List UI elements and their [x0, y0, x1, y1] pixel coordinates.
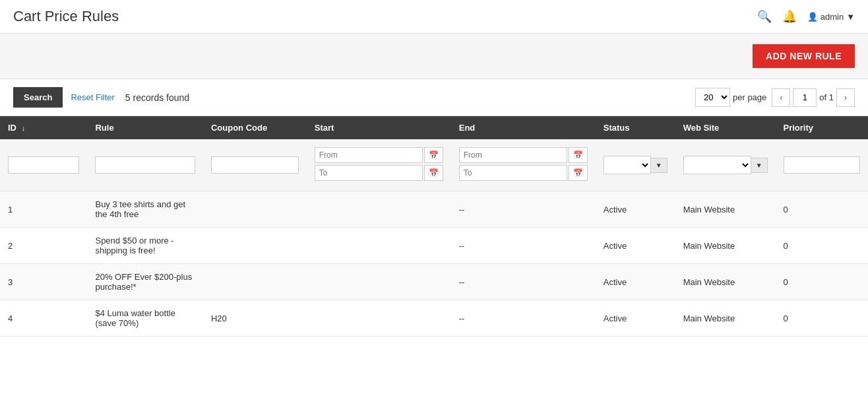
filter-start-cell: 📅 📅: [307, 139, 451, 191]
top-header: Cart Price Rules 🔍 🔔 👤 admin ▼: [0, 0, 868, 34]
table-row: 2 Spend $50 or more - shipping is free! …: [0, 228, 868, 264]
records-label: records found: [133, 92, 190, 103]
start-from-cal-button[interactable]: 📅: [424, 147, 443, 163]
admin-username: admin: [821, 12, 844, 22]
cell-rule-1: Buy 3 tee shirts and get the 4th free: [87, 191, 202, 228]
website-dropdown-arrow[interactable]: ▼: [751, 158, 768, 173]
end-from-cal-button[interactable]: 📅: [569, 147, 588, 163]
cell-status-1: Active: [596, 191, 675, 228]
filter-rule-input[interactable]: [95, 156, 195, 174]
per-page-select[interactable]: 20 30 50: [695, 88, 730, 107]
filter-coupon-input[interactable]: [211, 156, 299, 174]
cell-end-1: --: [451, 191, 596, 228]
website-filter-select[interactable]: Main Website: [683, 156, 751, 174]
cell-end-3: --: [451, 264, 596, 300]
reset-filter-link[interactable]: Reset Filter: [71, 92, 114, 102]
cell-rule-4: $4 Luma water bottle (save 70%): [87, 300, 202, 337]
start-to-cal-button[interactable]: 📅: [424, 165, 443, 181]
page-of-label: of 1: [819, 92, 834, 102]
end-to-input[interactable]: [459, 165, 567, 181]
start-from-input[interactable]: [315, 147, 423, 163]
cell-status-3: Active: [596, 264, 675, 300]
cell-website-1: Main Website: [675, 191, 776, 228]
cell-end-4: --: [451, 300, 596, 337]
admin-user-menu[interactable]: 👤 admin ▼: [807, 12, 855, 22]
status-filter-container: Active Inactive ▼: [604, 156, 667, 174]
cell-priority-1: 0: [776, 191, 868, 228]
col-header-status: Status: [596, 116, 675, 139]
cell-priority-4: 0: [776, 300, 868, 337]
current-page-input[interactable]: [793, 88, 817, 107]
filter-priority-cell: [776, 139, 868, 191]
per-page-selector: 20 30 50 per page: [695, 88, 766, 107]
col-header-start: Start: [307, 116, 451, 139]
pagination-controls: 20 30 50 per page ‹ of 1 ›: [695, 88, 855, 107]
cell-status-4: Active: [596, 300, 675, 337]
cell-website-3: Main Website: [675, 264, 776, 300]
per-page-label: per page: [733, 92, 766, 102]
cell-start-4: [307, 300, 451, 337]
chevron-down-icon: ▼: [846, 12, 855, 22]
cell-id-4: 4: [0, 300, 87, 337]
col-header-coupon: Coupon Code: [203, 116, 307, 139]
prev-page-button[interactable]: ‹: [772, 88, 790, 107]
table-row: 1 Buy 3 tee shirts and get the 4th free …: [0, 191, 868, 228]
header-right: 🔍 🔔 👤 admin ▼: [757, 9, 855, 24]
status-dropdown-arrow[interactable]: ▼: [651, 158, 667, 173]
col-header-id[interactable]: ID ↓: [0, 116, 87, 139]
col-header-website: Web Site: [675, 116, 776, 139]
add-new-rule-button[interactable]: Add New Rule: [753, 44, 855, 68]
cell-start-1: [307, 191, 451, 228]
search-icon[interactable]: 🔍: [757, 9, 772, 24]
cell-id-1: 1: [0, 191, 87, 228]
user-icon: 👤: [807, 12, 818, 22]
cell-coupon-1: [203, 191, 307, 228]
filter-coupon-cell: [203, 139, 307, 191]
cell-id-2: 2: [0, 228, 87, 264]
filter-rule-cell: [87, 139, 202, 191]
filter-website-cell: Main Website ▼: [675, 139, 776, 191]
cart-price-rules-table: ID ↓ Rule Coupon Code Start End Status W…: [0, 116, 868, 337]
end-to-cal-button[interactable]: 📅: [569, 165, 588, 181]
sort-icon-id: ↓: [22, 124, 26, 132]
cell-end-2: --: [451, 228, 596, 264]
cell-website-2: Main Website: [675, 228, 776, 264]
search-button[interactable]: Search: [13, 87, 63, 108]
filter-status-cell: Active Inactive ▼: [596, 139, 675, 191]
page-title: Cart Price Rules: [13, 8, 119, 25]
cell-rule-2: Spend $50 or more - shipping is free!: [87, 228, 202, 264]
end-to-row: 📅: [459, 165, 588, 181]
cell-priority-3: 0: [776, 264, 868, 300]
website-filter-container: Main Website ▼: [683, 156, 768, 174]
end-from-input[interactable]: [459, 147, 567, 163]
records-count: 5: [125, 92, 131, 103]
page-navigation: ‹ of 1 ›: [772, 88, 855, 107]
end-from-row: 📅: [459, 147, 588, 163]
col-header-rule: Rule: [87, 116, 202, 139]
col-header-priority: Priority: [776, 116, 868, 139]
toolbar-top: Add New Rule: [0, 34, 868, 79]
cell-coupon-4: H20: [203, 300, 307, 337]
start-from-row: 📅: [315, 147, 443, 163]
cell-coupon-2: [203, 228, 307, 264]
table-row: 3 20% OFF Ever $200-plus purchase!* -- A…: [0, 264, 868, 300]
filter-row: 📅 📅 📅 📅: [0, 139, 868, 191]
cell-status-2: Active: [596, 228, 675, 264]
start-to-input[interactable]: [315, 165, 423, 181]
bell-icon[interactable]: 🔔: [782, 9, 797, 24]
cell-start-3: [307, 264, 451, 300]
cell-priority-2: 0: [776, 228, 868, 264]
next-page-button[interactable]: ›: [836, 88, 855, 107]
cell-coupon-3: [203, 264, 307, 300]
col-header-end: End: [451, 116, 596, 139]
filter-priority-input[interactable]: [784, 156, 860, 174]
start-to-row: 📅: [315, 165, 443, 181]
filter-id-input[interactable]: [8, 156, 79, 174]
status-filter-select[interactable]: Active Inactive: [604, 156, 651, 174]
search-bar: Search Reset Filter 5 records found 20 3…: [0, 79, 868, 116]
cell-start-2: [307, 228, 451, 264]
records-found-text: 5 records found: [125, 92, 189, 103]
filter-id-cell: [0, 139, 87, 191]
table-row: 4 $4 Luma water bottle (save 70%) H20 --…: [0, 300, 868, 337]
cell-website-4: Main Website: [675, 300, 776, 337]
